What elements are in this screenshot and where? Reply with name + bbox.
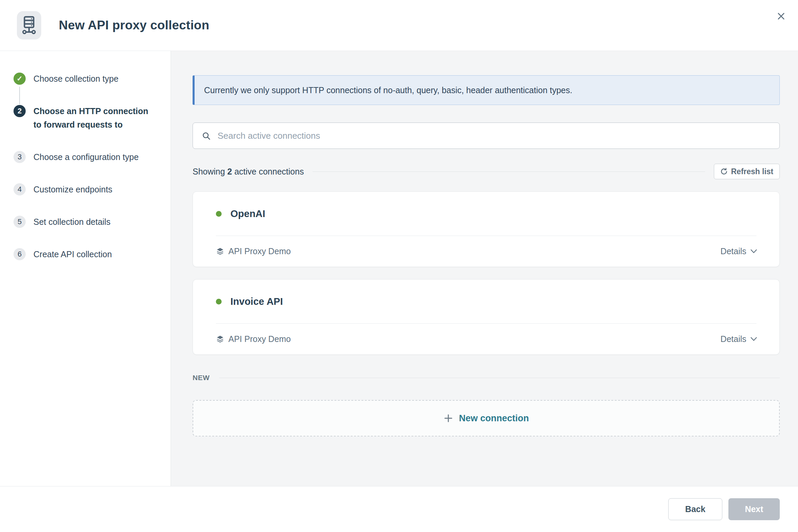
step-label: Choose an HTTP connection to forward req… [33,104,152,131]
status-dot [216,299,222,304]
info-banner: Currently we only support HTTP connectio… [193,75,780,105]
status-dot [216,211,222,217]
new-connection-button[interactable]: New connection [193,400,780,436]
step-set-collection-details[interactable]: 5 Set collection details [14,215,170,229]
step-label: Create API collection [33,247,112,261]
connection-app-label: API Proxy Demo [229,246,291,256]
connection-card-openai[interactable]: OpenAI API Proxy Demo Details [193,191,780,267]
results-count-text: Showing 2 active connections [193,167,304,176]
results-count: 2 [228,167,232,176]
step-label: Choose a configuration type [33,150,139,164]
step-4-number: 4 [14,183,26,195]
proxy-server-icon [17,11,41,39]
details-toggle[interactable]: Details [721,246,757,256]
details-toggle[interactable]: Details [721,334,757,344]
info-banner-text: Currently we only support HTTP connectio… [204,86,572,95]
plus-icon [443,413,453,423]
step-choose-http-connection[interactable]: 2 Choose an HTTP connection to forward r… [14,104,170,131]
divider [312,171,705,172]
connection-card-footer: API Proxy Demo Details [193,324,779,355]
dialog-header: New API proxy collection [0,0,798,51]
search-input[interactable] [218,131,770,141]
step-choose-configuration-type[interactable]: 3 Choose a configuration type [14,150,170,164]
dialog-footer: Back Next [0,486,798,532]
page-title: New API proxy collection [59,18,209,33]
refresh-icon [720,168,728,175]
connection-name: Invoice API [231,296,283,307]
refresh-list-button[interactable]: Refresh list [714,164,780,179]
step-label: Choose collection type [33,72,119,86]
step-customize-endpoints[interactable]: 4 Customize endpoints [14,183,170,196]
layers-icon [216,335,224,343]
connection-card-header: OpenAI [193,192,779,235]
step-2-number: 2 [14,105,26,117]
results-row: Showing 2 active connections Refresh lis… [193,164,780,179]
connection-card-invoice-api[interactable]: Invoice API API Proxy Demo Details [193,279,780,355]
new-connection-label: New connection [459,413,529,424]
step-3-number: 3 [14,151,26,163]
next-button[interactable]: Next [728,498,780,520]
connection-app-label: API Proxy Demo [229,334,291,344]
connection-card-footer: API Proxy Demo Details [193,236,779,267]
new-api-proxy-collection-dialog: New API proxy collection ✓ Choose collec… [0,0,798,532]
connection-app: API Proxy Demo [216,334,291,344]
back-button[interactable]: Back [668,498,722,520]
wizard-stepper: ✓ Choose collection type 2 Choose an HTT… [0,51,171,486]
new-section-header: NEW [193,374,780,382]
step-label: Set collection details [33,215,110,229]
connection-card-header: Invoice API [193,280,779,323]
layers-icon [216,247,224,255]
close-icon[interactable] [774,10,788,23]
divider [219,378,780,378]
chevron-down-icon [750,337,757,341]
step-5-number: 5 [14,216,26,228]
connection-app: API Proxy Demo [216,246,291,256]
step-choose-collection-type[interactable]: ✓ Choose collection type [14,72,170,86]
step-1-check-icon: ✓ [14,73,26,85]
step-6-number: 6 [14,248,26,260]
step-label: Customize endpoints [33,183,112,196]
main-content: Currently we only support HTTP connectio… [171,51,798,486]
new-section-label: NEW [193,374,210,382]
magnifier-icon [202,131,211,140]
step-create-api-collection[interactable]: 6 Create API collection [14,247,170,261]
search-box [193,122,780,149]
connection-name: OpenAI [231,208,265,220]
chevron-down-icon [750,249,757,253]
